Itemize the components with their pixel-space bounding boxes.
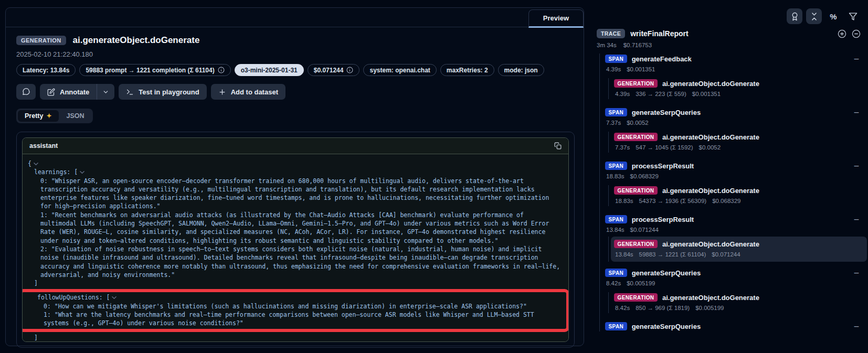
collapse-caret-icon[interactable] [80,170,84,175]
collapse-node-icon[interactable]: − [853,268,860,278]
comment-button[interactable] [16,84,36,100]
span-row[interactable]: SPAN generateFeedback [605,54,861,64]
span-metrics: 7.37s$0.0052 [605,120,861,128]
collapse-caret-icon[interactable] [34,162,38,166]
generation-row[interactable]: GENERATION ai.generateObject.doGenerate [614,132,861,142]
trace-duration: 3m 34s [597,42,617,48]
view-toggle-pretty[interactable]: Pretty ✦ [18,110,59,122]
output-panel: assistant { learnings: [ 0: "Whisper ASR… [16,132,575,348]
trace-generation-node: GENERATION ai.generateObject.doGenerate … [614,292,861,313]
generation-row[interactable]: GENERATION ai.generateObject.doGenerate [614,239,861,249]
metadata-badge-row: Latency: 13.84s 59883 prompt → 1221 comp… [16,64,573,76]
json-array-item: 1: "Recent benchmarks on adversarial aud… [28,211,562,245]
collapse-all-button[interactable] [806,8,822,24]
collapse-node-icon[interactable]: − [853,321,860,331]
assistant-message-block: assistant { learnings: [ 0: "Whisper ASR… [22,137,569,342]
metadata-badge[interactable]: 59883 prompt → 1221 completion (Σ 61104) [79,64,230,76]
json-key-followup: followUpQuestions: [ [31,293,562,302]
metadata-badge[interactable]: maxRetries: 2 [440,64,494,76]
span-children: GENERATION ai.generateObject.doGenerate … [608,292,861,313]
generation-row[interactable]: GENERATION ai.generateObject.doGenerate [614,292,861,303]
terminal-icon [126,88,134,96]
collapse-node-icon[interactable]: − [853,161,860,171]
expand-all-plus-icon[interactable] [838,29,846,38]
trace-tree-children: SPAN generateFeedback 4.39s$0.001351 GEN… [599,54,861,331]
chevron-down-icon [102,89,109,95]
generation-metrics: 4.39s336 → 223 (Σ 559)$0.001351 [614,91,861,99]
generation-row[interactable]: GENERATION ai.generateObject.doGenerate [614,185,861,196]
collapse-node-icon[interactable]: − [853,107,860,117]
annotate-pencil-icon [47,88,55,96]
metadata-badge[interactable]: $0.071244 [308,64,360,76]
test-in-playground-button[interactable]: Test in playground [119,84,206,100]
span-children: GENERATION ai.generateObject.doGenerate … [608,237,861,262]
trace-span-node: SPAN generateSerpQueries 7.37s$0.0052 GE… [605,107,861,153]
show-percent-button[interactable]: % [825,8,841,24]
json-followup-close: ] [28,334,562,341]
generation-metrics: 18.83s54373 → 1936 (Σ 56309)$0.068329 [614,198,861,206]
view-toggle-json[interactable]: JSON [60,110,91,122]
trace-generation-node: GENERATION ai.generateObject.doGenerate … [614,185,861,206]
span-row[interactable]: SPAN processSerpResult [605,161,861,171]
span-children: GENERATION ai.generateObject.doGenerate … [608,132,861,153]
sparkles-icon: ✦ [46,112,51,120]
scores-button[interactable] [787,8,802,24]
observation-timestamp: 2025-02-10 21:22:40.180 [16,50,573,58]
span-children: GENERATION ai.generateObject.doGenerate … [608,78,861,99]
observation-preview-panel: Preview GENERATION ai.generateObject.doG… [5,7,584,346]
collapse-node-icon[interactable]: − [853,214,860,224]
trace-root-row[interactable]: TRACE writeFinalReport [590,29,861,38]
tab-preview[interactable]: Preview [528,9,584,28]
trace-generation-node: GENERATION ai.generateObject.doGenerate … [614,78,861,99]
action-row: Annotate Test in playground Add to d [16,84,573,100]
span-row[interactable]: SPAN generateSerpQueries [605,107,861,117]
span-row[interactable]: SPAN generateSerpQueries [605,321,861,331]
learnings-items: 0: "Whisper ASR, an open-source encoder–… [28,177,562,280]
filter-button[interactable] [845,8,861,24]
preview-tabbar: Preview [6,8,584,27]
comment-icon [22,88,30,96]
trace-span-node: SPAN generateSerpQueries − [605,321,861,331]
trace-cost: $0.716753 [623,42,652,48]
span-metrics: 13.84s$0.071244 [605,227,861,235]
output-view-toggle: Pretty ✦ JSON [16,109,93,123]
annotate-button[interactable]: Annotate [40,84,97,100]
span-row[interactable]: SPAN processSerpResult [605,214,861,224]
followup-items: 0: "How can we mitigate Whisper's limita… [31,302,562,328]
fold-vertical-icon [810,12,819,21]
copy-icon[interactable] [554,142,562,149]
generation-metrics: 13.84s59883 → 1221 (Σ 61104)$0.071244 [614,251,861,260]
generation-row[interactable]: GENERATION ai.generateObject.doGenerate [614,78,861,89]
observation-title: ai.generateObject.doGenerate [73,35,200,46]
trace-span-node: SPAN processSerpResult 13.84s$0.071244 G… [605,214,861,262]
json-array-item: 1: "What are the latency benchmarks and … [31,311,562,328]
trace-title: writeFinalReport [630,29,688,38]
trace-metrics: 3m 34s $0.716753 [590,42,861,48]
collapse-caret-icon[interactable] [112,295,117,300]
json-array-item: 0: "Whisper ASR, an open-source encoder–… [28,177,562,211]
metadata-badge[interactable]: mode: json [498,64,544,76]
metadata-badge[interactable]: Latency: 13.84s [16,64,76,76]
json-learnings-close: ] [28,279,562,287]
json-array-item: 2: "Evaluation of noise robustness in sp… [28,245,562,279]
json-open-brace: { [28,159,562,168]
metadata-badge[interactable]: o3-mini-2025-01-31 [235,64,304,76]
trace-generation-node: GENERATION ai.generateObject.doGenerate … [611,237,867,262]
plus-icon [218,88,226,96]
annotate-split-button: Annotate [40,84,114,100]
add-to-dataset-button[interactable]: Add to dataset [211,84,285,100]
collapse-node-icon[interactable]: − [853,54,860,64]
metadata-badge[interactable]: system: openai.chat [363,64,436,76]
message-role-label: assistant [29,142,58,149]
span-children: GENERATION ai.generateObject.doGenerate … [608,185,861,206]
span-metrics: 4.39s$0.001351 [605,66,861,74]
collapse-all-minus-icon[interactable] [852,29,861,38]
span-metrics: 8.42s$0.005199 [605,280,861,288]
span-row[interactable]: SPAN generateSerpQueries [605,268,861,278]
json-key-learnings: learnings: [ [28,168,562,176]
trace-tree-sidebar: % TRACE writeFinalReport 3m 34s $0.71675… [590,0,868,353]
trace-generation-node: GENERATION ai.generateObject.doGenerate … [614,132,861,153]
info-icon [218,67,225,73]
annotation-highlight-box: followUpQuestions: [ 0: "How can we miti… [23,289,568,331]
annotate-dropdown-button[interactable] [97,84,114,100]
